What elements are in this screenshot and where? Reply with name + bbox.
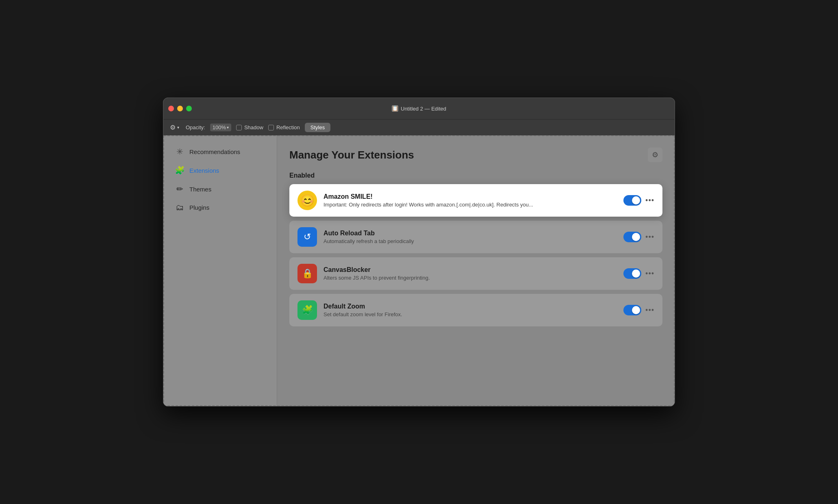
canvas-blocker-toggle[interactable] — [623, 268, 641, 279]
amazon-smile-name: Amazon SMILE! — [323, 193, 617, 200]
auto-reload-controls: ••• — [623, 232, 654, 242]
sidebar-item-themes[interactable]: ✏ Themes — [167, 180, 274, 198]
shadow-label: Shadow — [244, 124, 263, 130]
default-zoom-controls: ••• — [623, 305, 654, 315]
amazon-smile-icon: 😊 — [297, 191, 317, 210]
page-title: Manage Your Extensions — [289, 149, 414, 161]
folder-icon: 🗂 — [175, 203, 185, 212]
document-icon: 📋 — [392, 105, 398, 112]
minimize-button[interactable] — [177, 106, 183, 111]
sidebar-item-extensions-label: Extensions — [189, 167, 219, 174]
amazon-smile-toggle[interactable] — [623, 195, 641, 206]
content-header: Manage Your Extensions ⚙ — [289, 148, 662, 162]
content-settings-button[interactable]: ⚙ — [648, 148, 662, 162]
canvas-blocker-desc: Alters some JS APIs to prevent fingerpri… — [323, 275, 617, 281]
opacity-value: 100% — [213, 124, 226, 130]
app-window: 📋 Untitled 2 — Edited ⚙ ▾ Opacity: 100% … — [163, 98, 675, 406]
window-title: 📋 Untitled 2 — Edited — [392, 105, 446, 112]
default-zoom-info: Default Zoom Set default zoom level for … — [323, 303, 617, 317]
auto-reload-icon: ↺ — [297, 227, 317, 247]
default-zoom-desc: Set default zoom level for Firefox. — [323, 311, 617, 317]
styles-button[interactable]: Styles — [305, 123, 330, 132]
amazon-smile-desc: Important: Only redirects after login! W… — [323, 202, 617, 208]
reflection-group: Reflection — [268, 124, 300, 130]
sidebar-item-themes-label: Themes — [189, 186, 211, 193]
sidebar-item-recommendations-label: Recommendations — [189, 148, 240, 155]
default-zoom-icon: 🧩 — [297, 300, 317, 320]
enabled-section-label: Enabled — [289, 172, 662, 179]
amazon-smile-controls: ••• — [623, 195, 654, 206]
canvas-blocker-controls: ••• — [623, 268, 654, 279]
default-zoom-more-button[interactable]: ••• — [645, 306, 654, 315]
sparkle-icon: ✳ — [175, 147, 185, 156]
close-button[interactable] — [168, 106, 174, 111]
toolbar: ⚙ ▾ Opacity: 100% ▾ Shadow Reflection St… — [163, 119, 675, 135]
titlebar: 📋 Untitled 2 — Edited — [163, 98, 675, 119]
canvas-blocker-name: CanvasBlocker — [323, 266, 617, 274]
amazon-smile-more-button[interactable]: ••• — [645, 196, 654, 205]
puzzle-icon: 🧩 — [175, 165, 185, 175]
chevron-down-icon: ▾ — [177, 125, 179, 130]
auto-reload-desc: Automatically refresh a tab periodically — [323, 238, 617, 244]
shadow-group: Shadow — [236, 124, 263, 130]
auto-reload-toggle[interactable] — [623, 232, 641, 242]
extension-card-amazon-smile: 😊 Amazon SMILE! Important: Only redirect… — [289, 184, 662, 217]
main-content: ✳ Recommendations 🧩 Extensions ✏ Themes … — [163, 135, 675, 406]
maximize-button[interactable] — [186, 106, 192, 111]
canvas-blocker-icon: 🔒 — [297, 264, 317, 283]
sidebar-item-plugins-label: Plugins — [189, 204, 209, 211]
reflection-label: Reflection — [276, 124, 300, 130]
sidebar-item-plugins[interactable]: 🗂 Plugins — [167, 199, 274, 216]
window-title-text: Untitled 2 — Edited — [401, 106, 446, 112]
auto-reload-name: Auto Reload Tab — [323, 230, 617, 237]
canvas-blocker-more-button[interactable]: ••• — [645, 269, 654, 278]
sidebar-item-extensions[interactable]: 🧩 Extensions — [167, 161, 274, 179]
default-zoom-name: Default Zoom — [323, 303, 617, 310]
amazon-smile-info: Amazon SMILE! Important: Only redirects … — [323, 193, 617, 208]
extension-card-auto-reload: ↺ Auto Reload Tab Automatically refresh … — [289, 221, 662, 253]
content-area: Manage Your Extensions ⚙ Enabled 😊 Amazo… — [277, 135, 675, 406]
gear-dropdown[interactable]: ⚙ ▾ — [168, 123, 181, 132]
default-zoom-toggle[interactable] — [623, 305, 641, 315]
sidebar: ✳ Recommendations 🧩 Extensions ✏ Themes … — [163, 135, 277, 406]
auto-reload-info: Auto Reload Tab Automatically refresh a … — [323, 230, 617, 244]
extension-card-canvas-blocker: 🔒 CanvasBlocker Alters some JS APIs to p… — [289, 257, 662, 290]
opacity-label: Opacity: — [186, 124, 205, 130]
opacity-dropdown[interactable]: 100% ▾ — [210, 124, 231, 131]
canvas-blocker-info: CanvasBlocker Alters some JS APIs to pre… — [323, 266, 617, 281]
brush-icon: ✏ — [175, 184, 185, 194]
settings-gear-icon: ⚙ — [652, 150, 658, 159]
reflection-checkbox[interactable] — [268, 125, 274, 130]
gear-icon: ⚙ — [170, 124, 176, 131]
sidebar-item-recommendations[interactable]: ✳ Recommendations — [167, 143, 274, 161]
opacity-chevron-icon: ▾ — [227, 125, 229, 130]
traffic-lights — [168, 106, 192, 111]
shadow-checkbox[interactable] — [236, 125, 242, 130]
extension-card-default-zoom: 🧩 Default Zoom Set default zoom level fo… — [289, 294, 662, 326]
auto-reload-more-button[interactable]: ••• — [645, 233, 654, 241]
